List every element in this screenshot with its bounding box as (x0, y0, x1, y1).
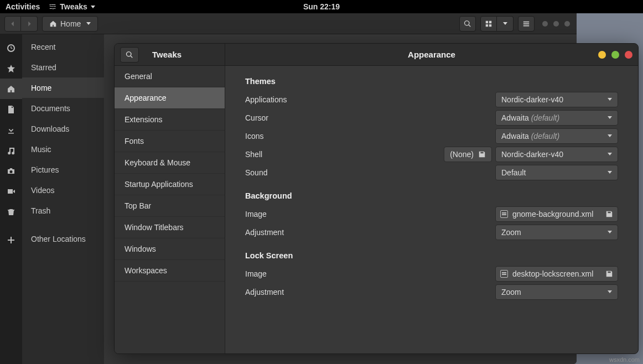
lock-adjust-dropdown[interactable]: Zoom (495, 284, 618, 300)
sidebar-item-workspaces[interactable]: Workspaces (115, 260, 225, 282)
nav-back-button[interactable] (4, 16, 21, 32)
lock-image-label: Image (245, 269, 495, 278)
chevron-down-icon (608, 134, 612, 137)
activities-button[interactable]: Activities (6, 2, 40, 11)
bg-adjust-label: Adjustment (245, 228, 495, 237)
rail-home[interactable] (0, 79, 22, 99)
tweaks-search-button[interactable] (120, 47, 139, 63)
icons-label: Icons (245, 132, 495, 141)
view-more-button[interactable] (497, 16, 514, 32)
app-menu[interactable]: Tweaks (49, 2, 95, 11)
sidebar-item-keyboard-mouse[interactable]: Keyboard & Mouse (115, 152, 225, 174)
tweaks-app-title: Tweaks (152, 50, 182, 59)
place-other-locations[interactable]: Other Locations (22, 228, 104, 249)
icons-dropdown[interactable]: Adwaita (default) (495, 128, 618, 144)
sidebar-item-window-titlebars[interactable]: Window Titlebars (115, 217, 225, 238)
bg-image-value: gnome-background.xml (512, 210, 601, 219)
place-recent[interactable]: Recent (22, 37, 104, 57)
sound-dropdown[interactable]: Default (495, 165, 618, 180)
places-icon-rail (0, 34, 22, 364)
close-button[interactable] (564, 21, 570, 27)
home-icon (7, 85, 15, 93)
rail-documents[interactable] (0, 99, 22, 119)
place-starred[interactable]: Starred (22, 57, 104, 77)
document-icon (7, 105, 15, 114)
tweaks-window: Tweaks Appearance GeneralAppearanceExten… (114, 43, 639, 354)
search-button[interactable] (459, 16, 476, 32)
rail-pictures[interactable] (0, 160, 22, 181)
tweaks-content: Themes Applications Nordic-darker-v40 Cu… (225, 66, 638, 353)
applications-label: Applications (245, 95, 495, 104)
chevron-right-icon (25, 20, 33, 28)
rail-other-locations[interactable] (0, 230, 22, 250)
lock-adjust-label: Adjustment (245, 288, 495, 297)
background-section: Background Image gnome-background.xml Ad… (245, 191, 618, 241)
lock-image-file-button[interactable]: desktop-lockscreen.xml (495, 266, 618, 282)
nav-forward-button[interactable] (21, 16, 38, 32)
window-controls (542, 21, 570, 27)
applications-dropdown[interactable]: Nordic-darker-v40 (495, 92, 618, 107)
path-home-button[interactable]: Home (42, 16, 98, 32)
sidebar-item-fonts[interactable]: Fonts (115, 131, 225, 152)
sidebar-item-extensions[interactable]: Extensions (115, 109, 225, 131)
place-downloads[interactable]: Downloads (22, 118, 104, 139)
hamburger-button[interactable] (518, 16, 535, 32)
maximize-button[interactable] (611, 51, 619, 59)
sound-label: Sound (245, 168, 495, 177)
home-icon (49, 20, 57, 28)
tweaks-sidebar: GeneralAppearanceExtensionsFontsKeyboard… (115, 66, 225, 353)
icons-row: Icons Adwaita (default) (245, 127, 618, 145)
place-music[interactable]: Music (22, 139, 104, 159)
cursor-row: Cursor Adwaita (default) (245, 108, 618, 127)
rail-music[interactable] (0, 140, 22, 160)
tweaks-app-icon (49, 3, 56, 11)
place-documents[interactable]: Documents (22, 98, 104, 118)
tweaks-page-title: Appearance (408, 50, 455, 59)
minimize-button[interactable] (542, 21, 548, 27)
lock-image-row: Image desktop-lockscreen.xml (245, 264, 618, 283)
rail-starred[interactable] (0, 58, 22, 79)
bg-adjust-row: Adjustment Zoom (245, 223, 618, 241)
star-icon (7, 64, 15, 73)
rail-trash[interactable] (0, 201, 22, 222)
place-home[interactable]: Home (22, 77, 104, 98)
download-icon (7, 126, 15, 134)
rail-downloads[interactable] (0, 119, 22, 140)
bg-image-file-button[interactable]: gnome-background.xml (495, 206, 618, 222)
maximize-button[interactable] (553, 21, 559, 27)
rail-recent[interactable] (0, 38, 22, 58)
applications-value: Nordic-darker-v40 (501, 95, 608, 104)
cursor-dropdown[interactable]: Adwaita (default) (495, 110, 618, 126)
cursor-label: Cursor (245, 113, 495, 122)
bg-image-row: Image gnome-background.xml (245, 205, 618, 223)
place-videos[interactable]: Videos (22, 180, 104, 200)
lockscreen-section: Lock Screen Image desktop-lockscreen.xml… (245, 251, 618, 301)
rail-videos[interactable] (0, 181, 22, 201)
place-trash[interactable]: Trash (22, 200, 104, 221)
sidebar-item-appearance[interactable]: Appearance (115, 87, 225, 109)
sidebar-item-top-bar[interactable]: Top Bar (115, 195, 225, 217)
chevron-down-icon (608, 231, 612, 233)
bg-adjust-dropdown[interactable]: Zoom (495, 225, 618, 240)
sidebar-item-windows[interactable]: Windows (115, 238, 225, 260)
shell-file-button[interactable]: (None) (444, 147, 492, 162)
shell-dropdown[interactable]: Nordic-darker-v40 (495, 147, 618, 162)
view-grid-button[interactable] (480, 16, 497, 32)
files-headerbar: Home (0, 13, 577, 34)
chevron-left-icon (9, 20, 17, 28)
icons-value: Adwaita (501, 132, 529, 141)
shell-none-text: (None) (450, 150, 474, 159)
close-button[interactable] (625, 51, 632, 59)
video-icon (7, 187, 15, 196)
sidebar-item-general[interactable]: General (115, 66, 225, 87)
xml-file-icon (500, 270, 508, 278)
place-pictures[interactable]: Pictures (22, 159, 104, 180)
minimize-button[interactable] (598, 51, 606, 59)
chevron-down-icon (608, 98, 612, 101)
applications-row: Applications Nordic-darker-v40 (245, 90, 618, 108)
sidebar-item-startup-applications[interactable]: Startup Applications (115, 174, 225, 195)
chevron-down-icon (608, 171, 612, 174)
path-home-label: Home (60, 19, 81, 28)
clock[interactable]: Sun 22:19 (303, 2, 340, 11)
background-heading: Background (245, 191, 618, 200)
